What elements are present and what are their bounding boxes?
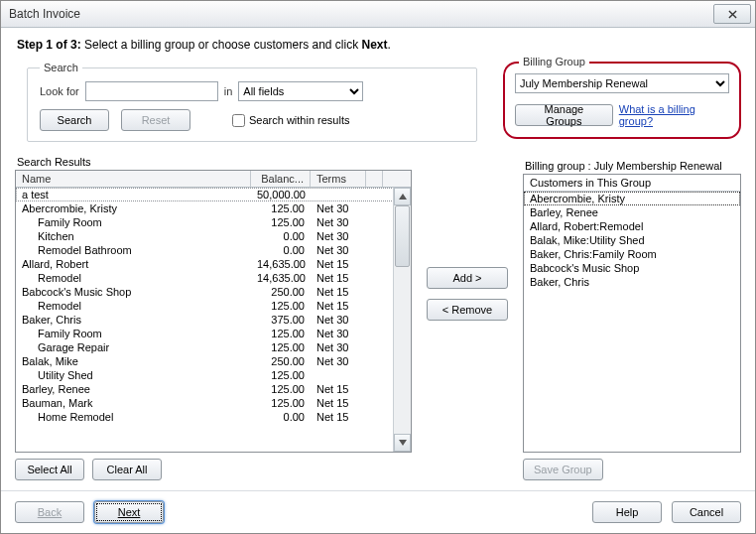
list-item[interactable]: Abercrombie, Kristy bbox=[524, 192, 740, 205]
wizard-footer: Back Next Help Cancel bbox=[1, 490, 755, 533]
table-row[interactable]: Kitchen0.00Net 30 bbox=[16, 229, 394, 243]
scroll-track[interactable] bbox=[394, 205, 411, 434]
search-within-checkbox[interactable] bbox=[232, 114, 245, 127]
table-row[interactable]: Utility Shed125.00 bbox=[16, 368, 394, 382]
cancel-button[interactable]: Cancel bbox=[672, 501, 741, 523]
cell-terms: Net 15 bbox=[311, 271, 366, 285]
cell-balance: 125.00 bbox=[251, 299, 311, 313]
table-row[interactable]: Allard, Robert14,635.00Net 15 bbox=[16, 257, 394, 271]
cell-terms: Net 30 bbox=[311, 201, 366, 215]
remove-button[interactable]: < Remove bbox=[427, 299, 508, 321]
search-field-select[interactable]: All fields bbox=[238, 81, 363, 101]
close-icon bbox=[728, 10, 737, 19]
scroll-thumb[interactable] bbox=[395, 205, 410, 267]
cell-name: Balak, Mike bbox=[16, 354, 251, 368]
billing-group-legend: Billing Group bbox=[519, 56, 589, 67]
scroll-up-icon[interactable] bbox=[394, 188, 411, 205]
table-row[interactable]: Home Remodel0.00Net 15 bbox=[16, 410, 394, 424]
look-for-label: Look for bbox=[40, 85, 79, 97]
what-is-billing-group-link[interactable]: What is a billing group? bbox=[619, 103, 729, 127]
list-item[interactable]: Balak, Mike:Utility Shed bbox=[524, 233, 740, 247]
cell-terms: Net 15 bbox=[311, 382, 366, 396]
cell-terms: Net 15 bbox=[311, 299, 366, 313]
help-button[interactable]: Help bbox=[592, 501, 662, 523]
grid-body: a test50,000.00Abercrombie, Kristy125.00… bbox=[16, 188, 411, 452]
table-row[interactable]: Remodel125.00Net 15 bbox=[16, 299, 394, 313]
list-item[interactable]: Barley, Renee bbox=[524, 205, 740, 219]
col-header-name[interactable]: Name bbox=[16, 171, 251, 187]
billing-group-select[interactable]: July Membership Renewal bbox=[515, 73, 729, 93]
cell-terms: Net 15 bbox=[311, 396, 366, 410]
clear-all-button[interactable]: Clear All bbox=[92, 459, 162, 480]
table-row[interactable]: Remodel Bathroom0.00Net 30 bbox=[16, 243, 394, 257]
search-button[interactable]: Search bbox=[40, 109, 109, 131]
cell-name: Babcock's Music Shop bbox=[16, 285, 251, 299]
list-item[interactable]: Babcock's Music Shop bbox=[524, 261, 740, 275]
titlebar: Batch Invoice bbox=[1, 1, 755, 28]
step-instruction: Step 1 of 3: Select a billing group or c… bbox=[17, 38, 741, 52]
manage-groups-button[interactable]: Manage Groups bbox=[515, 104, 613, 126]
cell-name: Family Room bbox=[16, 327, 251, 340]
table-row[interactable]: Bauman, Mark125.00Net 15 bbox=[16, 396, 394, 410]
table-row[interactable]: Balak, Mike250.00Net 30 bbox=[16, 354, 394, 368]
cell-name: Garage Repair bbox=[16, 340, 251, 354]
select-all-button[interactable]: Select All bbox=[15, 459, 84, 480]
billing-group-list-label: Billing group : July Membership Renewal bbox=[525, 160, 741, 172]
add-button[interactable]: Add > bbox=[427, 267, 508, 289]
cell-balance: 250.00 bbox=[251, 285, 311, 299]
next-button[interactable]: Next bbox=[94, 501, 164, 523]
list-item[interactable]: Baker, Chris:Family Room bbox=[524, 247, 740, 261]
cell-name: Bauman, Mark bbox=[16, 396, 251, 410]
window-title: Batch Invoice bbox=[9, 7, 80, 21]
cell-name: Abercrombie, Kristy bbox=[16, 201, 251, 215]
cell-balance: 125.00 bbox=[251, 396, 311, 410]
cell-balance: 50,000.00 bbox=[251, 188, 311, 201]
save-group-button[interactable]: Save Group bbox=[523, 459, 603, 480]
cell-name: Remodel bbox=[16, 271, 251, 285]
table-row[interactable]: Barley, Renee125.00Net 15 bbox=[16, 382, 394, 396]
table-row[interactable]: Remodel14,635.00Net 15 bbox=[16, 271, 394, 285]
table-row[interactable]: Baker, Chris375.00Net 30 bbox=[16, 313, 394, 327]
col-header-scroll bbox=[366, 171, 383, 187]
look-for-input[interactable] bbox=[85, 81, 218, 101]
grid-vscrollbar[interactable] bbox=[393, 188, 411, 452]
cell-terms: Net 15 bbox=[311, 257, 366, 271]
list-item[interactable]: Baker, Chris bbox=[524, 275, 740, 289]
cell-name: Remodel Bathroom bbox=[16, 243, 251, 257]
table-row[interactable]: Abercrombie, Kristy125.00Net 30 bbox=[16, 201, 394, 215]
table-row[interactable]: Family Room125.00Net 30 bbox=[16, 215, 394, 229]
cell-balance: 125.00 bbox=[251, 201, 311, 215]
table-row[interactable]: Family Room125.00Net 30 bbox=[16, 327, 394, 340]
cell-terms: Net 30 bbox=[311, 313, 366, 327]
cell-name: Kitchen bbox=[16, 229, 251, 243]
cell-name: Barley, Renee bbox=[16, 382, 251, 396]
window-close-button[interactable] bbox=[713, 4, 751, 24]
table-row[interactable]: Garage Repair125.00Net 30 bbox=[16, 340, 394, 354]
cell-balance: 125.00 bbox=[251, 327, 311, 340]
col-header-terms[interactable]: Terms bbox=[311, 171, 366, 187]
cell-name: Home Remodel bbox=[16, 410, 251, 424]
cell-terms: Net 15 bbox=[311, 285, 366, 299]
table-row[interactable]: Babcock's Music Shop250.00Net 15 bbox=[16, 285, 394, 299]
billing-group-list-prefix: Billing group : bbox=[525, 160, 594, 172]
billing-group-customer-list[interactable]: Customers in This Group Abercrombie, Kri… bbox=[523, 174, 741, 453]
cell-name: Remodel bbox=[16, 299, 251, 313]
batch-invoice-window: Batch Invoice Step 1 of 3: Select a bill… bbox=[0, 0, 756, 534]
reset-button[interactable]: Reset bbox=[121, 109, 190, 131]
search-results-label: Search Results bbox=[17, 156, 412, 168]
customer-list-header: Customers in This Group bbox=[524, 175, 740, 192]
scroll-down-icon[interactable] bbox=[394, 434, 411, 452]
back-button[interactable]: Back bbox=[15, 501, 84, 523]
search-within-checkbox-wrap[interactable]: Search within results bbox=[232, 114, 350, 127]
list-item[interactable]: Allard, Robert:Remodel bbox=[524, 219, 740, 233]
cell-balance: 0.00 bbox=[251, 229, 311, 243]
cell-name: a test bbox=[16, 188, 251, 201]
col-header-balance[interactable]: Balanc... bbox=[251, 171, 311, 187]
search-legend: Search bbox=[40, 62, 82, 73]
table-row[interactable]: a test50,000.00 bbox=[16, 188, 394, 201]
cell-balance: 250.00 bbox=[251, 354, 311, 368]
cell-balance: 125.00 bbox=[251, 215, 311, 229]
search-fieldset: Search Look for in All fields Search Res… bbox=[27, 62, 477, 142]
search-results-grid[interactable]: Name Balanc... Terms a test50,000.00Aber… bbox=[15, 170, 412, 453]
cell-balance: 375.00 bbox=[251, 313, 311, 327]
